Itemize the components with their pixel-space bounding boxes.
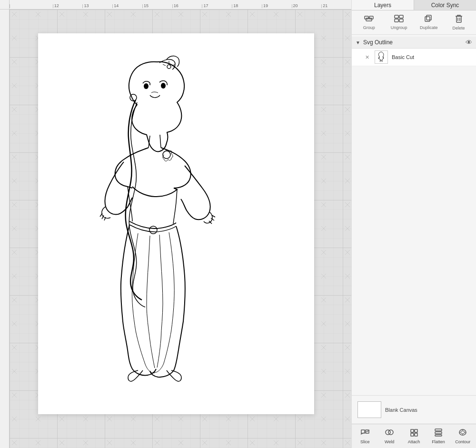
svg-point-0 <box>144 83 149 89</box>
duplicate-label: Duplicate <box>420 25 438 30</box>
white-canvas <box>38 33 314 414</box>
eye-icon[interactable]: 👁 <box>466 39 472 46</box>
ruler-mark: 19 <box>262 4 292 8</box>
svg-rect-7 <box>369 16 373 19</box>
svg-point-36 <box>461 431 465 434</box>
contour-label: Contour <box>455 439 470 444</box>
layer-item[interactable]: ✕ Basic Cut <box>352 49 476 66</box>
svg-rect-11 <box>395 19 398 22</box>
weld-label: Weld <box>385 439 394 444</box>
ruler-mark: 17 <box>202 4 232 8</box>
slice-icon <box>360 428 370 438</box>
ruler-mark: 14 <box>112 4 142 8</box>
svg-rect-26 <box>411 433 414 436</box>
tab-layers[interactable]: Layers <box>352 0 414 10</box>
ungroup-button[interactable]: Ungroup <box>385 13 414 32</box>
delete-label: Delete <box>453 26 465 30</box>
flatten-label: Flatten <box>432 439 445 444</box>
layer-name: Basic Cut <box>392 54 472 60</box>
tab-bar: Layers Color Sync <box>352 0 476 10</box>
ruler-mark: 13 <box>82 4 112 8</box>
tab-color-sync[interactable]: Color Sync <box>414 0 476 10</box>
weld-button[interactable]: Weld <box>377 426 401 446</box>
blank-canvas-section: Blank Canvas <box>352 395 476 424</box>
svg-rect-33 <box>435 432 442 434</box>
slice-label: Slice <box>360 439 370 444</box>
svg-point-3 <box>149 226 157 234</box>
canvas-content[interactable] <box>10 10 351 448</box>
svg-rect-6 <box>365 16 368 19</box>
layer-thumbnail <box>375 50 388 64</box>
svg-rect-14 <box>425 17 430 21</box>
ruler-mark: 12 <box>53 4 83 8</box>
contour-button[interactable]: Contour <box>451 426 475 446</box>
flatten-icon <box>434 428 443 438</box>
group-icon <box>364 15 374 24</box>
ruler-top: 12 13 14 15 16 17 18 19 20 21 <box>0 0 351 10</box>
svg-rect-34 <box>435 435 442 436</box>
right-panel: Layers Color Sync Group <box>351 0 476 448</box>
ruler-mark: 15 <box>142 4 172 8</box>
attach-button[interactable]: Attach <box>402 426 426 446</box>
duplicate-icon <box>424 15 434 24</box>
ungroup-icon <box>394 15 404 24</box>
blank-canvas-thumbnail <box>357 401 381 418</box>
svg-rect-15 <box>456 16 461 22</box>
layers-section: ▼ Svg Outline 👁 ✕ Basic Cut <box>352 35 476 395</box>
svg-rect-27 <box>415 433 417 436</box>
ruler-mark: 20 <box>292 4 322 8</box>
svg-rect-24 <box>411 429 414 432</box>
character-image <box>76 48 238 390</box>
duplicate-button[interactable]: Duplicate <box>415 13 444 32</box>
svg-rect-12 <box>399 19 403 22</box>
svg-rect-13 <box>426 15 431 20</box>
group-label: Group <box>363 25 375 30</box>
layer-group-header[interactable]: ▼ Svg Outline 👁 <box>352 37 476 49</box>
ungroup-label: Ungroup <box>391 25 407 30</box>
layer-delete-icon[interactable]: ✕ <box>363 53 371 61</box>
blank-canvas-item[interactable]: Blank Canvas <box>356 399 472 420</box>
contour-icon <box>458 428 467 438</box>
svg-rect-10 <box>399 15 403 18</box>
blank-canvas-label: Blank Canvas <box>385 407 417 413</box>
svg-point-1 <box>161 83 166 89</box>
ruler-marks-container: 12 13 14 15 16 17 18 19 20 21 <box>0 4 351 8</box>
ruler-mark: 18 <box>232 4 262 8</box>
canvas-area: 12 13 14 15 16 17 18 19 20 21 <box>0 0 351 448</box>
flatten-button[interactable]: Flatten <box>426 426 450 446</box>
svg-point-5 <box>167 65 171 69</box>
svg-line-21 <box>360 429 370 435</box>
svg-rect-9 <box>395 15 398 18</box>
layer-group-svg-outline: ▼ Svg Outline 👁 ✕ Basic Cut <box>352 37 476 66</box>
ruler-mark: 16 <box>172 4 202 8</box>
ruler-mark: 21 <box>321 4 351 8</box>
layer-group-title: Svg Outline <box>363 39 464 46</box>
attach-label: Attach <box>408 439 420 444</box>
delete-button[interactable]: Delete <box>444 12 473 32</box>
ruler-mark <box>10 4 53 8</box>
chevron-down-icon: ▼ <box>356 40 361 45</box>
svg-point-23 <box>388 430 393 435</box>
svg-rect-8 <box>366 18 372 21</box>
toolbar-row: Group Ungroup Duplicate <box>352 10 476 35</box>
svg-rect-32 <box>435 429 442 431</box>
group-button[interactable]: Group <box>355 13 384 32</box>
attach-icon <box>409 428 419 438</box>
weld-icon <box>385 428 394 438</box>
slice-button[interactable]: Slice <box>353 426 377 446</box>
ruler-left <box>0 0 10 448</box>
ruler-corner <box>0 0 10 10</box>
bottom-toolbar: Slice Weld <box>352 424 476 448</box>
delete-icon <box>455 14 463 25</box>
svg-rect-25 <box>415 429 417 432</box>
